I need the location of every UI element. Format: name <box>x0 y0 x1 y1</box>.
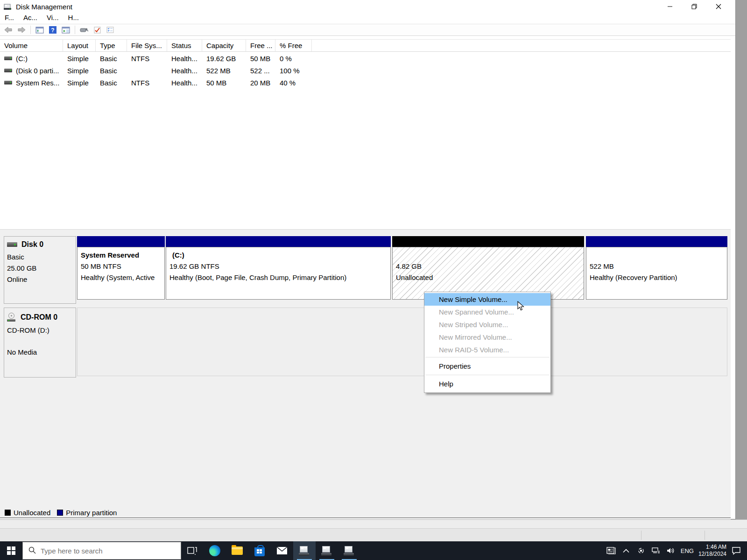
cdrom-media: No Media <box>7 347 73 358</box>
partition-c[interactable]: (C:) 19.62 GB NTFS Healthy (Boot, Page F… <box>166 236 391 300</box>
window-taskbar-button[interactable] <box>316 541 338 560</box>
checklist-icon[interactable] <box>105 25 116 35</box>
partition-system-reserved[interactable]: System Reserved 50 MB NTFS Healthy (Syst… <box>77 236 165 300</box>
column-layout[interactable]: Layout <box>63 40 96 51</box>
cdrom-region[interactable] <box>77 308 727 376</box>
search-input[interactable] <box>41 547 153 555</box>
menu-item-new-striped-volume: New Striped Volume... <box>424 318 550 331</box>
chevron-up-icon[interactable] <box>621 549 631 553</box>
cell-status: Health... <box>167 79 202 87</box>
titlebar: Disk Management <box>0 0 735 13</box>
partition-status: Healthy (Recovery Partition) <box>590 272 727 283</box>
console-tree-icon[interactable] <box>34 25 45 35</box>
cdrom-icon <box>7 313 16 322</box>
cell-free: 522 ... <box>246 67 275 75</box>
menu-separator <box>425 357 550 357</box>
menu-item-new-mirrored-volume: New Mirrored Volume... <box>424 331 550 343</box>
action-pane-icon[interactable] <box>60 25 71 35</box>
menu-help[interactable]: H... <box>63 14 84 24</box>
column-capacity[interactable]: Capacity <box>202 40 246 51</box>
menu-item-new-raid5-volume: New RAID-5 Volume... <box>424 343 550 356</box>
disk-management-window: Disk Management F... Ac... Vi... H... <box>0 0 736 519</box>
partition-status: Unallocated <box>396 272 584 283</box>
speaker-icon[interactable] <box>666 547 676 554</box>
cell-capacity: 50 MB <box>202 79 246 87</box>
legend-unallocated-swatch <box>5 510 11 516</box>
disk0-kind: Basic <box>7 252 73 263</box>
window-title: Disk Management <box>16 3 72 11</box>
partition-detail: 50 MB NTFS <box>81 261 164 272</box>
cell-free: 50 MB <box>246 55 275 63</box>
action-center-icon[interactable] <box>731 546 741 555</box>
menu-separator <box>425 375 550 375</box>
cell-filesystem: NTFS <box>127 55 167 63</box>
file-explorer-button[interactable] <box>226 541 248 560</box>
status-circle-icon[interactable] <box>636 547 646 554</box>
cell-layout: Simple <box>63 79 96 87</box>
device-icon[interactable] <box>78 25 90 35</box>
menu-file[interactable]: F... <box>0 14 19 24</box>
clock[interactable]: 1:46 AM 12/18/2024 <box>698 544 726 558</box>
column-filler <box>312 40 731 51</box>
cell-capacity: 522 MB <box>202 67 246 75</box>
graphical-view: Disk 0 Basic 25.00 GB Online System Rese… <box>0 229 731 519</box>
menu-item-new-simple-volume[interactable]: New Simple Volume... <box>424 293 550 306</box>
partition-bar <box>77 236 165 247</box>
cell-pct-free: 100 % <box>275 67 312 75</box>
close-button[interactable] <box>706 0 731 13</box>
partition-unallocated[interactable]: 4.82 GB Unallocated <box>392 236 584 300</box>
check-icon[interactable] <box>92 25 103 35</box>
start-button[interactable] <box>0 541 22 560</box>
menu-action[interactable]: Ac... <box>19 14 42 24</box>
column-status[interactable]: Status <box>167 40 202 51</box>
table-row[interactable]: (C:) Simple Basic NTFS Health... 19.62 G… <box>0 52 731 64</box>
help-icon[interactable]: ? <box>47 25 58 35</box>
partition-bar <box>392 236 584 247</box>
mail-button[interactable] <box>271 541 293 560</box>
menu-item-new-spanned-volume: New Spanned Volume... <box>424 306 550 318</box>
partition-recovery[interactable]: 522 MB Healthy (Recovery Partition) <box>586 236 727 300</box>
column-free[interactable]: Free ... <box>246 40 275 51</box>
volume-icon <box>4 69 12 72</box>
disk0-name: Disk 0 <box>21 240 43 249</box>
volume-icon <box>4 81 12 84</box>
window-taskbar-icon <box>321 546 332 556</box>
column-volume[interactable]: Volume <box>0 40 63 51</box>
column-type[interactable]: Type <box>96 40 127 51</box>
restore-button[interactable] <box>682 0 706 13</box>
table-row[interactable]: System Res... Simple Basic NTFS Health..… <box>0 77 731 89</box>
context-menu: New Simple Volume... New Spanned Volume.… <box>424 292 551 393</box>
clock-time: 1:46 AM <box>698 544 726 551</box>
minimize-button[interactable] <box>658 0 682 13</box>
toolbar-separator <box>30 26 31 34</box>
background-window-strip <box>0 519 747 541</box>
svg-text:?: ? <box>51 27 54 34</box>
edge-button[interactable] <box>204 541 226 560</box>
forward-icon[interactable] <box>16 25 27 35</box>
back-icon[interactable] <box>3 25 14 35</box>
volume-list-header: Volume Layout Type File Sys... Status Ca… <box>0 39 731 52</box>
table-row[interactable]: (Disk 0 parti... Simple Basic Health... … <box>0 64 731 77</box>
column-pct-free[interactable]: % Free <box>275 40 312 51</box>
partition-name: (C:) <box>169 250 390 261</box>
store-button[interactable] <box>248 541 271 560</box>
task-view-button[interactable] <box>181 541 204 560</box>
menu-item-properties[interactable]: Properties <box>424 358 550 374</box>
background-statusbar <box>0 528 747 542</box>
cdrom-label[interactable]: CD-ROM 0 CD-ROM (D:) No Media <box>4 308 76 378</box>
window-taskbar-button[interactable] <box>338 541 360 560</box>
network-icon[interactable] <box>651 547 661 554</box>
cursor-arrow-icon <box>517 301 525 313</box>
partition-bar <box>166 236 391 247</box>
widgets-icon[interactable] <box>606 547 616 554</box>
disk0-label[interactable]: Disk 0 Basic 25.00 GB Online <box>4 236 76 304</box>
menu-item-help[interactable]: Help <box>424 376 550 392</box>
disk-management-taskbar-button[interactable] <box>293 541 316 560</box>
language-indicator[interactable]: ENG <box>681 547 694 554</box>
cdrom-name: CD-ROM 0 <box>21 313 57 322</box>
disk-icon <box>7 242 17 247</box>
taskbar-search[interactable] <box>22 542 181 560</box>
menu-view[interactable]: Vi... <box>42 14 63 24</box>
cell-type: Basic <box>96 79 127 87</box>
column-filesystem[interactable]: File Sys... <box>127 40 167 51</box>
